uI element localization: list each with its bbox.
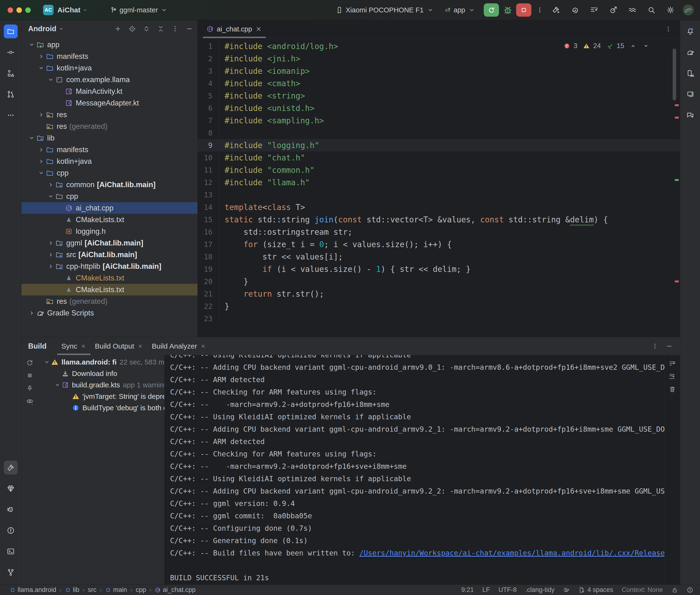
tool-button-running-devices[interactable]: [683, 87, 697, 101]
close-window-button[interactable]: [8, 7, 13, 13]
plus-icon[interactable]: [114, 25, 122, 33]
lock-open-icon[interactable]: [671, 587, 678, 593]
tool-button-terminal[interactable]: [4, 544, 18, 558]
tree-item-lib[interactable]: lib: [22, 132, 197, 144]
clear-trash-icon[interactable]: [669, 386, 676, 393]
tree-item-gradle-scripts[interactable]: Gradle Scripts: [22, 307, 197, 319]
tree-item-res[interactable]: res(generated): [22, 120, 197, 132]
user-avatar[interactable]: [683, 4, 694, 16]
tree-item-cmakelists-txt[interactable]: CMakeLists.txt: [22, 272, 197, 284]
hide-icon[interactable]: [186, 25, 193, 33]
tree-item-manifests[interactable]: manifests: [22, 51, 197, 62]
device-selector[interactable]: Xiaomi POCOPHONE F1: [336, 6, 434, 14]
minimize-window-button[interactable]: [17, 7, 22, 13]
tool-button-more[interactable]: [4, 108, 18, 122]
tool-button-build-hammer[interactable]: [4, 461, 18, 475]
context-widget[interactable]: Context: None: [622, 586, 663, 594]
tool-button-problems[interactable]: [4, 523, 18, 537]
code-line-17[interactable]: 17 for (size_t i = 0; i < values.size();…: [198, 238, 680, 251]
tree-item-messageadapter-kt[interactable]: MessageAdapter.kt: [22, 97, 197, 109]
tree-item-common[interactable]: common[AiChat.lib.main]: [22, 179, 197, 191]
code-line-2[interactable]: 2#include <jni.h>: [198, 52, 680, 65]
tree-item-kotlin-java[interactable]: kotlin+java: [22, 155, 197, 167]
code-line-12[interactable]: 12#include "llama.h": [198, 176, 680, 189]
chevron-right-icon[interactable]: [37, 111, 46, 118]
tool-button-pull-requests[interactable]: [4, 87, 18, 101]
locate-icon[interactable]: [129, 25, 136, 33]
build-tree-item[interactable]: llama.android: fi22 sec, 583 ms: [38, 357, 164, 368]
error-stripe-mark[interactable]: [675, 104, 679, 106]
chevron-right-icon[interactable]: [46, 181, 55, 188]
error-stripe-mark[interactable]: [675, 281, 679, 282]
build-tab-sync[interactable]: Sync: [57, 337, 91, 355]
tree-item-cmakelists-txt[interactable]: CMakeLists.txt: [22, 284, 197, 295]
tool-button-logcat-cat[interactable]: [4, 503, 18, 516]
tree-item-cpp-httplib[interactable]: cpp-httplib[AiChat.lib.main]: [22, 260, 197, 272]
breadcrumb-item[interactable]: main: [105, 586, 127, 594]
code-line-19[interactable]: 19 if (i < values.size() - 1) { str << d…: [198, 263, 680, 275]
clang-tidy-widget[interactable]: .clang-tidy: [525, 586, 555, 594]
tree-item-cpp[interactable]: cpp: [22, 167, 197, 179]
code-line-11[interactable]: 11#include "common.h": [198, 164, 680, 176]
indent-widget[interactable]: 4 spaces: [578, 586, 613, 594]
build-hammer-run-icon[interactable]: [552, 6, 560, 14]
chevron-down-icon[interactable]: [43, 359, 51, 366]
more-actions-kebab-icon[interactable]: [536, 6, 543, 13]
code-line-14[interactable]: 14template<class T>: [198, 201, 680, 213]
filter-eye-icon[interactable]: [26, 397, 34, 405]
chevron-right-icon[interactable]: [37, 158, 46, 165]
build-tree-item[interactable]: 'jvmTarget: String' is deprec: [38, 391, 164, 402]
collapse-all-icon[interactable]: [157, 25, 165, 33]
tool-button-notifications-bell[interactable]: [683, 25, 697, 38]
tree-item-cpp[interactable]: cpp: [22, 191, 197, 202]
chevron-right-icon[interactable]: [27, 310, 36, 317]
project-view-mode[interactable]: Android: [28, 25, 56, 33]
code-line-23[interactable]: 23: [198, 312, 680, 325]
chevron-right-icon[interactable]: [37, 146, 46, 153]
tool-button-gradle-elephant[interactable]: [683, 46, 697, 59]
code-area[interactable]: 1#include <android/log.h>2#include <jni.…: [198, 38, 680, 337]
chevron-down-icon[interactable]: [46, 193, 55, 200]
code-line-8[interactable]: 8: [198, 127, 680, 139]
code-line-10[interactable]: 10#include "chat.h": [198, 151, 680, 164]
close-tab-icon[interactable]: [200, 343, 206, 349]
chevron-down-icon[interactable]: [37, 64, 46, 72]
stop-square-icon[interactable]: [26, 372, 34, 379]
chevron-right-icon[interactable]: [37, 53, 46, 60]
inspections-widget[interactable]: 3 24 15: [563, 42, 649, 50]
code-line-18[interactable]: 18 str << values[i];: [198, 251, 680, 263]
profiler-icon[interactable]: [609, 6, 618, 14]
agp-upgrade-icon[interactable]: [628, 6, 637, 14]
caret-position[interactable]: 9:21: [461, 586, 474, 594]
close-tab-icon[interactable]: [137, 343, 143, 349]
device-manager-icon[interactable]: [590, 6, 598, 14]
tree-item-app[interactable]: app: [22, 39, 197, 51]
close-tab-icon[interactable]: [255, 25, 262, 33]
tree-item-res[interactable]: res: [22, 109, 197, 120]
tree-item-kotlin-java[interactable]: kotlin+java: [22, 62, 197, 74]
scroll-to-end-icon[interactable]: [669, 373, 676, 380]
code-line-4[interactable]: 4#include <cmath>: [198, 77, 680, 89]
code-line-16[interactable]: 16 std::ostringstream str;: [198, 226, 680, 238]
code-line-21[interactable]: 21 return str.str();: [198, 288, 680, 300]
code-line-6[interactable]: 6#include <unistd.h>: [198, 102, 680, 114]
tree-item-cmakelists-txt[interactable]: CMakeLists.txt: [22, 214, 197, 225]
tool-button-device-manager-phone[interactable]: [683, 66, 697, 80]
breadcrumb-item[interactable]: lib: [65, 586, 79, 594]
tree-item-src[interactable]: src[AiChat.lib.main]: [22, 249, 197, 260]
error-stripe-mark[interactable]: [675, 117, 679, 119]
editor-options-kebab-icon[interactable]: [665, 26, 672, 33]
code-line-20[interactable]: 20 }: [198, 275, 680, 288]
kebab-icon[interactable]: [171, 25, 179, 33]
code-line-7[interactable]: 7#include <sampling.h>: [198, 114, 680, 127]
tree-item-ggml[interactable]: ggml[AiChat.lib.main]: [22, 237, 197, 249]
tree-item-logging-h[interactable]: logging.h: [22, 225, 197, 237]
chevron-down-icon[interactable]: [27, 135, 36, 142]
close-tab-icon[interactable]: [81, 343, 86, 349]
chevron-right-icon[interactable]: [46, 263, 55, 270]
tool-button-project-folder[interactable]: [4, 25, 18, 38]
build-console[interactable]: C/C++: -- Using KleidiAI optimized kerne…: [164, 355, 665, 585]
pin-icon[interactable]: [26, 385, 34, 392]
chevron-right-icon[interactable]: [46, 239, 55, 247]
rerun-button[interactable]: [484, 3, 499, 17]
